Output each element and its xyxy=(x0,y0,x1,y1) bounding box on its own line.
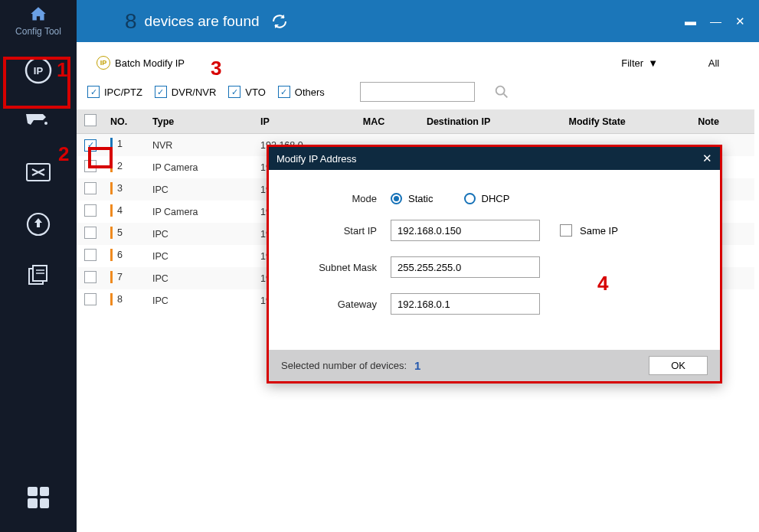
mode-dhcp-radio[interactable] xyxy=(464,193,476,204)
mode-dhcp-label: DHCP xyxy=(482,193,510,204)
batch-ip-icon: IP xyxy=(97,56,110,70)
window-close-icon[interactable]: ✕ xyxy=(735,15,745,28)
upgrade-icon xyxy=(25,211,51,237)
toolbar: IP Batch Modify IP Filter ▼ All xyxy=(77,42,759,82)
row-color-bar xyxy=(110,249,113,261)
modify-ip-dialog: Modify IP Address ✕ Mode Static DHCP Sta… xyxy=(267,145,722,383)
svg-line-10 xyxy=(504,94,508,98)
sidebar-item-camera[interactable] xyxy=(11,100,65,142)
row-checkbox[interactable] xyxy=(84,182,97,194)
start-ip-input[interactable] xyxy=(391,220,540,241)
filter-ipc-checkbox[interactable]: ✓ xyxy=(87,86,100,98)
row-type: IP Camera xyxy=(146,156,254,178)
mode-static-label: Static xyxy=(408,193,433,204)
row-checkbox[interactable] xyxy=(84,271,97,283)
dialog-close-button[interactable]: ✕ xyxy=(702,152,712,165)
batch-modify-ip-label: Batch Modify IP xyxy=(115,57,185,69)
svg-point-2 xyxy=(44,122,47,125)
sidebar-item-docs[interactable] xyxy=(11,254,65,296)
col-ip: IP xyxy=(254,109,357,134)
ip-icon: IP xyxy=(23,55,54,86)
camera-icon xyxy=(25,111,52,132)
home-icon xyxy=(27,5,50,24)
dialog-footer: Selected number of devices: 1 OK xyxy=(269,350,720,381)
refresh-button[interactable] xyxy=(270,12,289,31)
mode-label: Mode xyxy=(287,193,391,204)
subnet-label: Subnet Mask xyxy=(287,262,391,273)
selected-devices-label: Selected number of devices: xyxy=(281,360,407,371)
subnet-input[interactable] xyxy=(391,256,540,278)
row-color-bar xyxy=(110,271,113,283)
sidebar-item-upgrade[interactable] xyxy=(11,203,65,245)
row-type: IPC xyxy=(146,267,254,289)
search-icon[interactable] xyxy=(493,83,510,100)
filter-others-checkbox[interactable]: ✓ xyxy=(278,86,290,98)
devices-found-label: devices are found xyxy=(145,13,260,30)
row-no: 6 xyxy=(117,250,123,260)
window-controls: ▬ — ✕ xyxy=(685,15,745,28)
gateway-input[interactable] xyxy=(391,293,540,315)
row-type: NVR xyxy=(146,134,254,157)
row-checkbox[interactable] xyxy=(84,160,97,172)
home-button[interactable]: Config Tool xyxy=(15,5,61,37)
row-no: 8 xyxy=(117,294,123,305)
topbar: 8 devices are found ▬ — ✕ xyxy=(77,0,759,42)
row-type: IPC xyxy=(146,289,254,312)
device-count: 8 xyxy=(125,9,137,34)
sidebar-item-grid[interactable] xyxy=(11,476,65,518)
row-color-bar xyxy=(110,293,113,305)
row-checkbox[interactable]: ✓ xyxy=(84,139,97,152)
gateway-label: Gateway xyxy=(287,299,391,310)
col-no: NO. xyxy=(104,109,146,134)
dialog-title: Modify IP Address xyxy=(276,153,357,165)
row-checkbox[interactable] xyxy=(84,293,97,305)
row-no: 4 xyxy=(117,205,123,216)
sidebar-item-ip[interactable]: IP xyxy=(11,49,65,91)
col-type: Type xyxy=(146,109,254,134)
search-input[interactable] xyxy=(360,82,475,102)
filter-vto-checkbox[interactable]: ✓ xyxy=(228,86,240,98)
all-button[interactable]: All xyxy=(679,50,748,76)
filter-button[interactable]: Filter ▼ xyxy=(607,50,672,76)
row-color-bar xyxy=(110,138,113,150)
dialog-titlebar: Modify IP Address ✕ xyxy=(269,147,720,170)
mode-static-radio[interactable] xyxy=(391,193,402,204)
row-color-bar xyxy=(110,204,113,217)
row-checkbox[interactable] xyxy=(84,227,97,239)
filter-dvr-checkbox[interactable]: ✓ xyxy=(155,86,167,98)
svg-point-9 xyxy=(496,86,505,95)
window-minimize-icon[interactable]: — xyxy=(710,15,721,28)
grid-icon xyxy=(28,487,49,508)
row-checkbox[interactable] xyxy=(84,249,97,261)
sidebar: Config Tool IP xyxy=(0,0,77,532)
svg-text:IP: IP xyxy=(34,65,44,77)
col-mac: MAC xyxy=(357,109,420,134)
batch-modify-ip-button[interactable]: IP Batch Modify IP xyxy=(87,51,194,75)
row-type: IP Camera xyxy=(146,201,254,223)
window-menu-icon[interactable]: ▬ xyxy=(685,15,696,28)
select-all-checkbox[interactable] xyxy=(84,114,97,126)
filter-vto-label: VTO xyxy=(245,86,266,98)
ok-label: OK xyxy=(671,360,685,371)
filters-row: ✓IPC/PTZ ✓DVR/NVR ✓VTO ✓Others xyxy=(77,82,759,109)
sidebar-item-tools[interactable] xyxy=(11,152,65,194)
row-no: 5 xyxy=(117,227,123,238)
col-note: Note xyxy=(692,109,754,134)
chevron-down-icon: ▼ xyxy=(648,57,658,69)
row-no: 7 xyxy=(117,272,123,282)
docs-icon xyxy=(26,264,51,287)
row-no: 1 xyxy=(117,139,123,149)
row-color-bar xyxy=(110,227,113,239)
row-checkbox[interactable] xyxy=(84,204,97,217)
all-label: All xyxy=(708,57,719,69)
col-dest: Destination IP xyxy=(420,109,563,134)
filter-label: Filter xyxy=(621,57,643,69)
selected-devices-count: 1 xyxy=(414,359,420,372)
ok-button[interactable]: OK xyxy=(649,356,708,375)
start-ip-label: Start IP xyxy=(287,225,391,237)
filter-ipc-label: IPC/PTZ xyxy=(104,86,142,98)
home-label: Config Tool xyxy=(15,26,61,37)
filter-others-label: Others xyxy=(295,86,325,98)
row-no: 2 xyxy=(117,161,123,171)
same-ip-checkbox[interactable] xyxy=(560,224,572,237)
